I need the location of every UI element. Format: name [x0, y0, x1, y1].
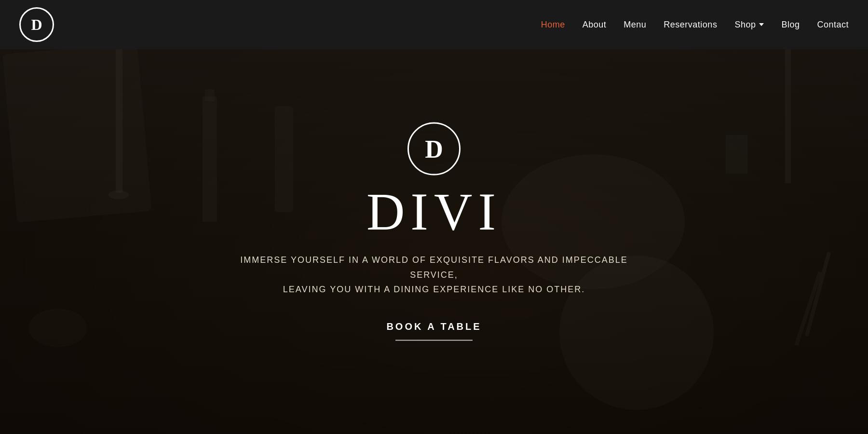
nav-item-shop[interactable]: Shop [734, 20, 764, 30]
nav-item-contact[interactable]: Contact [817, 20, 849, 30]
navbar: D Home About Menu Reservations Shop Blog… [0, 0, 868, 49]
nav-link-shop[interactable]: Shop [734, 20, 764, 30]
cta-underline [395, 339, 473, 340]
hero-logo-letter: D [425, 135, 443, 163]
nav-logo[interactable]: D [19, 7, 54, 42]
nav-item-reservations[interactable]: Reservations [664, 20, 717, 30]
nav-item-blog[interactable]: Blog [781, 20, 800, 30]
hero-title: DIVI [366, 185, 502, 238]
nav-item-about[interactable]: About [583, 20, 607, 30]
hero-subtitle-line2: LEAVING YOU WITH A DINING EXPERIENCE LIK… [283, 285, 585, 294]
chevron-down-icon [759, 23, 764, 26]
nav-link-menu[interactable]: Menu [624, 20, 646, 29]
hero-subtitle: IMMERSE YOURSELF IN A WORLD OF EXQUISITE… [217, 253, 651, 297]
hero-cta-wrapper: BOOK A TABLE [386, 321, 481, 340]
nav-links: Home About Menu Reservations Shop Blog C… [541, 20, 849, 30]
nav-link-blog[interactable]: Blog [781, 20, 800, 29]
nav-link-contact[interactable]: Contact [817, 20, 849, 29]
hero-logo: D [407, 122, 461, 176]
hero-subtitle-line1: IMMERSE YOURSELF IN A WORLD OF EXQUISITE… [240, 255, 627, 280]
nav-link-reservations[interactable]: Reservations [664, 20, 717, 29]
book-table-button[interactable]: BOOK A TABLE [386, 321, 481, 332]
nav-link-home[interactable]: Home [541, 20, 565, 29]
hero-content: D DIVI IMMERSE YOURSELF IN A WORLD OF EX… [217, 122, 651, 341]
nav-item-menu[interactable]: Menu [624, 20, 646, 30]
nav-link-about[interactable]: About [583, 20, 607, 29]
nav-item-home[interactable]: Home [541, 20, 565, 30]
nav-logo-letter: D [31, 16, 42, 34]
